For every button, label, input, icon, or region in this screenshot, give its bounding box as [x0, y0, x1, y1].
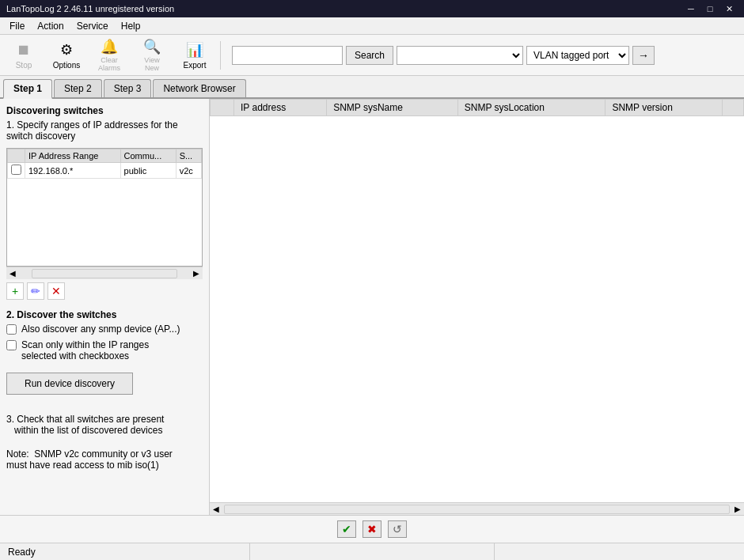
- col-community: Commu...: [120, 149, 176, 163]
- section-separator-2: [6, 395, 203, 404]
- col-extra: [723, 100, 744, 116]
- toolbar-separator: [220, 41, 221, 70]
- cancel-button[interactable]: ✖: [363, 520, 381, 538]
- bottom-action-bar: ✔ ✖ ↺: [0, 515, 744, 543]
- search-area: Search VLAN tagged port →: [232, 46, 741, 65]
- delete-row-button[interactable]: ✕: [47, 282, 65, 300]
- export-label: Export: [184, 61, 207, 70]
- tab-network-browser[interactable]: Network Browser: [153, 79, 245, 97]
- main-content: Discovering switches 1. Specify ranges o…: [0, 99, 744, 515]
- search-button[interactable]: Search: [346, 46, 393, 65]
- checkbox-discover-snmp[interactable]: [6, 324, 17, 335]
- col-snmp-sysname: SNMP sysName: [327, 100, 458, 116]
- checkbox-row-1: Also discover any snmp device (AP...): [6, 324, 203, 335]
- right-table: IP address SNMP sysName SNMP sysLocation…: [210, 99, 744, 116]
- col-snmp-version-right: SNMP version: [605, 100, 723, 116]
- col-snmp-syslocation: SNMP sysLocation: [457, 100, 605, 116]
- edit-row-button[interactable]: ✏: [27, 282, 44, 300]
- table-toolbar: + ✏ ✕: [6, 282, 203, 300]
- view-new-button[interactable]: 🔍 ViewNew: [131, 37, 173, 74]
- stop-button[interactable]: ⏹ Stop: [3, 37, 44, 74]
- menu-action[interactable]: Action: [31, 19, 70, 33]
- checkbox-scan-ranges[interactable]: [6, 340, 17, 350]
- maximize-button[interactable]: □: [701, 2, 719, 15]
- scroll-right-btn-right[interactable]: ▶: [731, 505, 744, 513]
- menu-help[interactable]: Help: [115, 19, 147, 33]
- ip-table: IP Address Range Commu... S... 192.168.0…: [7, 149, 202, 179]
- menu-file[interactable]: File: [3, 19, 31, 33]
- col-ip-range: IP Address Range: [25, 149, 121, 163]
- window-controls: ─ □ ✕: [682, 2, 738, 15]
- title-bar: LanTopoLog 2 2.46.11 unregistered versio…: [0, 0, 744, 17]
- options-label: Options: [53, 61, 80, 70]
- toolbar: ⏹ Stop ⚙ Options 🔔 ClearAlarms 🔍 ViewNew…: [0, 35, 744, 76]
- tabs-bar: Step 1 Step 2 Step 3 Network Browser: [0, 76, 744, 99]
- close-button[interactable]: ✕: [720, 2, 738, 15]
- status-segment-3: [495, 543, 739, 560]
- checkbox-scan-ranges-label: Scan only within the IP rangesselected w…: [21, 339, 149, 361]
- minimize-button[interactable]: ─: [682, 2, 700, 15]
- checkbox-discover-snmp-label: Also discover any snmp device (AP...): [21, 324, 180, 335]
- scroll-left-btn-right[interactable]: ◀: [210, 505, 222, 513]
- run-discovery-button[interactable]: Run device discovery: [6, 373, 133, 395]
- tab-step3[interactable]: Step 3: [104, 79, 152, 97]
- right-panel: IP address SNMP sysName SNMP sysLocation…: [210, 99, 744, 515]
- right-table-container[interactable]: IP address SNMP sysName SNMP sysLocation…: [210, 99, 744, 502]
- scrollbar-track[interactable]: [32, 269, 177, 278]
- add-row-button[interactable]: +: [6, 282, 24, 300]
- view-new-icon: 🔍: [142, 38, 161, 55]
- export-button[interactable]: 📊 Export: [174, 37, 215, 74]
- stop-label: Stop: [16, 61, 32, 70]
- row-community: public: [120, 163, 176, 179]
- export-icon: 📊: [185, 40, 204, 59]
- options-button[interactable]: ⚙ Options: [46, 37, 87, 74]
- app-title: LanTopoLog 2 2.46.11 unregistered versio…: [6, 4, 682, 13]
- section-separator-1: [6, 300, 203, 309]
- filter-select[interactable]: [397, 46, 523, 65]
- scroll-left-btn[interactable]: ◀: [6, 269, 19, 278]
- step3-title: 3. Check that all switches are present w…: [6, 414, 164, 436]
- scroll-right-btn[interactable]: ▶: [190, 269, 203, 278]
- col-snmp: S...: [176, 149, 201, 163]
- step2-title: 2. Discover the switches: [6, 309, 203, 320]
- right-scrollbar-track[interactable]: [224, 505, 730, 514]
- vlan-select[interactable]: VLAN tagged port: [526, 46, 629, 65]
- status-text: Ready: [5, 543, 250, 560]
- right-scrollbar[interactable]: ◀ ▶: [210, 502, 744, 515]
- table-scrollbar[interactable]: ◀ ▶: [6, 267, 203, 279]
- checkbox-row-2: Scan only within the IP rangesselected w…: [6, 339, 203, 361]
- row-checkbox[interactable]: [11, 165, 21, 175]
- clear-alarms-icon: 🔔: [100, 38, 119, 55]
- status-segment-2: [250, 543, 495, 560]
- stop-icon: ⏹: [14, 40, 33, 59]
- clear-alarms-label: ClearAlarms: [98, 57, 120, 73]
- confirm-button[interactable]: ✔: [337, 520, 356, 538]
- tab-step1[interactable]: Step 1: [3, 79, 52, 99]
- step1-desc: 1. Specify ranges of IP addresses for th…: [6, 119, 203, 142]
- step3-text: 3. Check that all switches are present w…: [6, 414, 203, 436]
- options-icon: ⚙: [57, 40, 76, 59]
- search-input[interactable]: [232, 46, 343, 65]
- left-panel: Discovering switches 1. Specify ranges o…: [0, 99, 210, 515]
- arrow-button[interactable]: →: [632, 46, 655, 65]
- menu-bar: File Action Service Help: [0, 17, 744, 35]
- row-snmp-version: v2c: [176, 163, 201, 179]
- discovering-title: Discovering switches: [6, 105, 203, 116]
- row-ip-range: 192.168.0.*: [25, 163, 121, 179]
- tab-step2[interactable]: Step 2: [54, 79, 102, 97]
- row-checkbox-cell[interactable]: [8, 163, 25, 179]
- reset-button[interactable]: ↺: [388, 520, 407, 538]
- table-row: 192.168.0.* public v2c: [8, 163, 202, 179]
- view-new-label: ViewNew: [144, 57, 159, 73]
- clear-alarms-button[interactable]: 🔔 ClearAlarms: [89, 37, 130, 74]
- col-checkbox: [8, 149, 25, 163]
- col-checkbox-right: [211, 100, 234, 116]
- menu-service[interactable]: Service: [70, 19, 115, 33]
- note-text: Note: SNMP v2c community or v3 usermust …: [6, 448, 203, 471]
- ip-table-container: IP Address Range Commu... S... 192.168.0…: [6, 148, 203, 267]
- status-bar: Ready: [0, 543, 744, 560]
- col-ip-address: IP address: [234, 100, 327, 116]
